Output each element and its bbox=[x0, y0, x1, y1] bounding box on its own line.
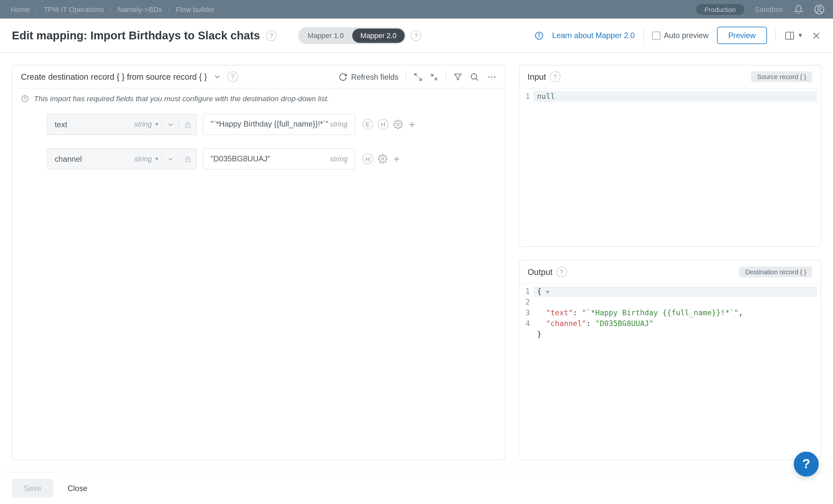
filter-icon[interactable] bbox=[453, 72, 462, 81]
svg-line-9 bbox=[414, 74, 417, 76]
destination-field-name: text bbox=[55, 120, 135, 129]
auto-preview-label: Auto preview bbox=[664, 31, 708, 40]
chevron-down-icon[interactable] bbox=[162, 120, 178, 128]
learn-about-mapper-link[interactable]: Learn about Mapper 2.0 bbox=[552, 31, 635, 40]
input-panel: Input ? Source record { } 1 null bbox=[519, 65, 821, 247]
source-value-type: string bbox=[330, 155, 348, 163]
plus-icon[interactable] bbox=[408, 120, 416, 129]
output-panel: Output ? Destination record { } 1234 { ▼… bbox=[519, 260, 821, 460]
code-lines: null bbox=[533, 89, 820, 246]
input-panel-title: Input bbox=[527, 72, 546, 81]
mapper-v1-tab[interactable]: Mapper 1.0 bbox=[300, 28, 352, 43]
chevron-down-icon[interactable] bbox=[162, 155, 178, 163]
destination-field-select[interactable]: text string ▼ bbox=[47, 114, 197, 135]
caret-down-icon: ▼ bbox=[154, 121, 160, 127]
help-fab[interactable]: ? bbox=[794, 452, 819, 477]
preview-button[interactable]: Preview bbox=[717, 27, 767, 44]
caret-down-icon: ▼ bbox=[154, 156, 160, 162]
source-value-text: "`*Happy Birthday {{full_name}}!*`" bbox=[211, 119, 330, 130]
mapping-rows: text string ▼ "`*Happy Birthday {{full_n… bbox=[13, 109, 505, 188]
notice-text: This import has required fields that you… bbox=[34, 95, 329, 103]
breadcrumb-item[interactable]: Flow builder bbox=[176, 5, 214, 14]
svg-point-21 bbox=[25, 97, 25, 98]
mapping-row: channel string ▼ "D035BG8UUAJ" string H bbox=[47, 148, 488, 170]
global-nav: Home › TPM IT Operations › Namely->BDs ›… bbox=[0, 0, 833, 19]
line-gutter: 1 bbox=[519, 89, 533, 246]
svg-point-1 bbox=[818, 6, 821, 9]
mapping-panel: Create destination record { } from sourc… bbox=[12, 65, 506, 460]
divider bbox=[776, 29, 776, 42]
help-icon[interactable]: ? bbox=[227, 71, 238, 82]
svg-line-15 bbox=[476, 78, 478, 80]
caret-down-icon: ▼ bbox=[797, 32, 803, 39]
close-icon[interactable] bbox=[811, 30, 821, 40]
source-value-text: "D035BG8UUAJ" bbox=[211, 153, 330, 164]
handlebars-chip[interactable]: H bbox=[362, 153, 373, 164]
code-lines: { ▼ "text": "`*Happy Birthday {{full_nam… bbox=[533, 284, 820, 459]
svg-point-23 bbox=[397, 123, 399, 126]
refresh-fields-button[interactable]: Refresh fields bbox=[339, 72, 399, 81]
input-code[interactable]: 1 null bbox=[519, 89, 820, 246]
divider bbox=[446, 71, 446, 82]
help-icon[interactable]: ? bbox=[550, 71, 560, 82]
output-code[interactable]: 1234 { ▼ "text": "`*Happy Birthday {{ful… bbox=[519, 284, 820, 459]
line-gutter: 1234 bbox=[519, 284, 533, 459]
input-badge: Source record { } bbox=[751, 71, 812, 82]
mapping-panel-header: Create destination record { } from sourc… bbox=[13, 65, 505, 89]
gear-icon[interactable] bbox=[378, 154, 387, 164]
svg-point-14 bbox=[471, 74, 476, 79]
svg-line-10 bbox=[419, 77, 421, 80]
layout-toggle[interactable]: ▼ bbox=[784, 30, 803, 41]
checkbox-icon[interactable] bbox=[652, 31, 661, 40]
breadcrumb-item[interactable]: Namely->BDs bbox=[118, 5, 162, 14]
info-icon bbox=[534, 30, 544, 40]
svg-marker-13 bbox=[454, 74, 461, 80]
destination-field-type: string bbox=[135, 120, 152, 129]
svg-point-4 bbox=[539, 33, 539, 34]
handlebars-chip[interactable]: H bbox=[378, 119, 388, 130]
svg-point-27 bbox=[381, 158, 384, 160]
more-icon[interactable] bbox=[486, 72, 497, 82]
help-icon[interactable]: ? bbox=[266, 30, 277, 41]
plus-icon[interactable] bbox=[392, 154, 401, 163]
collapse-icon[interactable] bbox=[429, 72, 438, 81]
chevron-down-icon[interactable] bbox=[213, 73, 221, 81]
auto-preview-toggle[interactable]: Auto preview bbox=[652, 31, 709, 40]
bell-icon[interactable] bbox=[794, 4, 803, 14]
environment-sandbox-label[interactable]: Sandbox bbox=[755, 5, 783, 14]
user-avatar-icon[interactable] bbox=[814, 4, 825, 15]
breadcrumb-item[interactable]: TPM IT Operations bbox=[44, 5, 104, 14]
breadcrumb-item[interactable]: Home bbox=[11, 5, 30, 14]
help-icon[interactable]: ? bbox=[411, 30, 422, 41]
row-actions: E H bbox=[361, 114, 416, 135]
mapper-v2-tab[interactable]: Mapper 2.0 bbox=[352, 28, 405, 43]
output-panel-title: Output bbox=[527, 267, 552, 277]
close-button[interactable]: Close bbox=[68, 484, 88, 493]
expand-icon[interactable] bbox=[413, 72, 422, 81]
destination-field-name: channel bbox=[55, 154, 135, 163]
required-fields-notice: This import has required fields that you… bbox=[13, 89, 505, 109]
row-actions: H bbox=[361, 148, 401, 170]
input-panel-header: Input ? Source record { } bbox=[519, 65, 820, 89]
output-badge: Destination record { } bbox=[739, 266, 812, 277]
mapper-version-toggle: Mapper 1.0 Mapper 2.0 bbox=[298, 27, 406, 44]
expression-chip[interactable]: E bbox=[362, 119, 373, 130]
divider bbox=[643, 29, 644, 42]
mapping-row: text string ▼ "`*Happy Birthday {{full_n… bbox=[47, 114, 488, 135]
info-icon bbox=[21, 95, 29, 103]
destination-field-select[interactable]: channel string ▼ bbox=[47, 148, 197, 170]
mapping-subtitle: Create destination record { } from sourc… bbox=[21, 72, 207, 81]
source-value-input[interactable]: "D035BG8UUAJ" string bbox=[203, 148, 355, 170]
svg-point-18 bbox=[494, 76, 495, 77]
chevron-right-icon: › bbox=[36, 6, 38, 13]
environment-production-pill[interactable]: Production bbox=[696, 4, 744, 15]
help-icon[interactable]: ? bbox=[556, 266, 567, 277]
source-value-type: string bbox=[330, 120, 348, 129]
svg-rect-26 bbox=[186, 159, 190, 162]
divider bbox=[405, 71, 406, 82]
search-icon[interactable] bbox=[469, 72, 479, 82]
svg-rect-5 bbox=[785, 32, 794, 39]
gear-icon[interactable] bbox=[394, 120, 403, 129]
source-value-input[interactable]: "`*Happy Birthday {{full_name}}!*`" stri… bbox=[203, 114, 355, 135]
save-button[interactable]: Save bbox=[12, 479, 53, 498]
